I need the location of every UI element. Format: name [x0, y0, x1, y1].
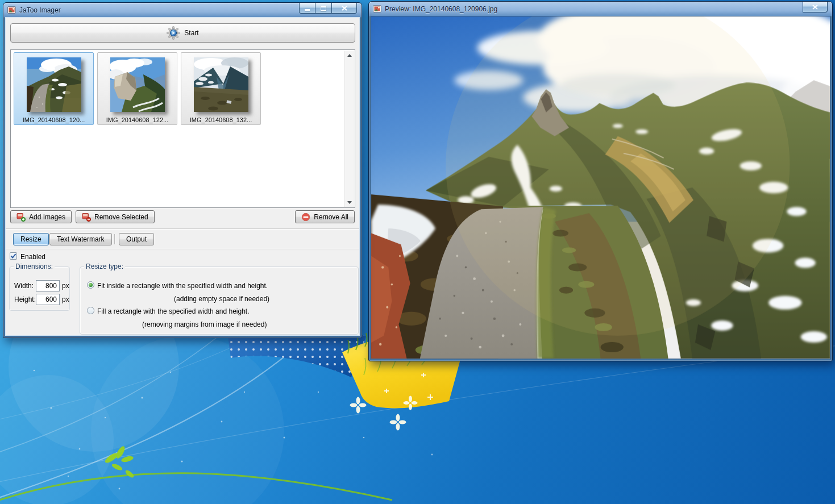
triangle-up-icon	[347, 54, 352, 57]
preview-window-title: Preview: IMG_20140608_120906.jpg	[385, 5, 497, 13]
start-label: Start	[184, 29, 198, 37]
scroll-down-button[interactable]	[345, 198, 354, 207]
preview-titlebar[interactable]: Preview: IMG_20140608_120906.jpg	[371, 2, 830, 16]
dimensions-group: Dimensions: Width: px Height: px	[9, 266, 70, 311]
maximize-button[interactable]	[315, 3, 332, 14]
resize-type-legend: Resize type:	[84, 263, 125, 270]
thumbnail-label: IMG_20140608_132...	[190, 116, 252, 123]
height-unit: px	[62, 295, 69, 303]
tab-output-label: Output	[126, 235, 147, 243]
add-images-label: Add Images	[29, 213, 65, 221]
thumbnail-image	[110, 57, 165, 112]
start-button[interactable]: Start	[10, 23, 355, 43]
triangle-down-icon	[347, 201, 352, 204]
divider	[6, 249, 359, 250]
fill-rectangle-radio[interactable]	[87, 307, 94, 314]
width-label: Width:	[14, 282, 34, 290]
height-label: Height:	[14, 295, 36, 303]
close-icon	[342, 6, 347, 11]
desktop: Preview: IMG_20140608_120906.jpg	[0, 0, 835, 504]
thumbnail-item[interactable]: IMG_20140608_122...	[97, 52, 177, 125]
tab-resize[interactable]: Resize	[13, 233, 49, 245]
width-field[interactable]	[36, 280, 60, 291]
image-plus-icon	[16, 213, 26, 222]
preview-image	[371, 16, 830, 359]
thumbnail-item[interactable]: IMG_20140608_132...	[181, 52, 261, 125]
tab-resize-label: Resize	[20, 235, 41, 243]
width-unit: px	[62, 282, 69, 290]
fit-rectangle-label: Fit inside a rectangle with the specifie…	[97, 282, 268, 290]
height-field[interactable]	[36, 294, 60, 305]
gear-play-icon	[167, 26, 180, 40]
preview-close-button[interactable]	[803, 2, 828, 13]
resize-type-group: Resize type: Fit inside a rectangle with…	[80, 266, 359, 335]
tab-text-watermark-label: Text Watermark	[57, 235, 105, 243]
remove-selected-button[interactable]: Remove Selected	[76, 210, 155, 223]
list-scrollbar[interactable]	[344, 51, 354, 207]
divider	[6, 228, 359, 230]
app-icon	[7, 6, 16, 14]
thumbnail-image	[194, 57, 248, 112]
maximize-icon	[321, 6, 326, 11]
tab-text-watermark[interactable]: Text Watermark	[49, 233, 112, 245]
main-window: JaToo Imager	[3, 2, 362, 338]
preview-window: Preview: IMG_20140608_120906.jpg	[368, 1, 833, 361]
minimize-icon	[305, 9, 310, 11]
preview-app-icon	[373, 5, 381, 13]
image-minus-icon	[82, 213, 91, 222]
remove-all-label: Remove All	[314, 213, 348, 221]
fit-rectangle-radio[interactable]	[87, 281, 94, 289]
tab-output[interactable]: Output	[119, 233, 154, 245]
checkmark-icon	[10, 253, 16, 259]
thumbnail-item[interactable]: IMG_20140608_120...	[14, 52, 94, 125]
enabled-label: Enabled	[20, 253, 45, 261]
remove-selected-label: Remove Selected	[94, 213, 148, 221]
thumbnail-label: IMG_20140608_122...	[106, 116, 168, 123]
no-entry-icon	[301, 213, 310, 222]
scroll-up-button[interactable]	[345, 51, 354, 60]
radio-dot-icon	[89, 283, 93, 287]
fill-rectangle-label: Fill a rectangle with the specified widt…	[97, 307, 250, 315]
fit-rectangle-note: (adding empty space if needed)	[174, 295, 269, 303]
thumbnail-image	[27, 57, 81, 112]
image-list[interactable]: IMG_20140608_120...	[10, 49, 355, 208]
main-window-title: JaToo Imager	[19, 6, 61, 14]
dimensions-legend: Dimensions:	[14, 263, 55, 270]
tab-separator	[114, 234, 115, 244]
fill-rectangle-note: (removing margins from image if needed)	[142, 320, 267, 328]
remove-all-button[interactable]: Remove All	[295, 210, 355, 223]
close-button[interactable]	[332, 3, 357, 14]
close-icon	[812, 5, 818, 10]
enabled-checkbox[interactable]	[10, 252, 17, 260]
thumbnail-label: IMG_20140608_120...	[23, 116, 85, 123]
add-images-button[interactable]: Add Images	[10, 210, 72, 223]
minimize-button[interactable]	[299, 3, 315, 14]
